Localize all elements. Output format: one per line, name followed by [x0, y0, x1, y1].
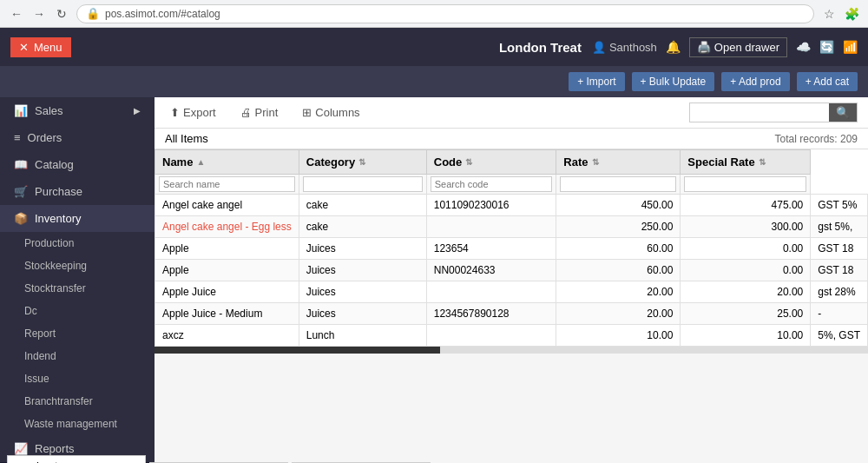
cell-tax: gst 28%: [811, 281, 868, 303]
download-item-0[interactable]: 📄 best-computer-cu....png ▲ ✕: [7, 455, 146, 463]
cell-name: Apple: [155, 238, 299, 260]
sidebar-sub-stockkeeping[interactable]: Stockkeeping: [0, 255, 155, 277]
cell-category: Juices: [299, 260, 426, 281]
sidebar-sub-production[interactable]: Production: [0, 232, 155, 255]
table-search-row: [155, 175, 868, 195]
user-name: Santhosh: [609, 41, 657, 54]
cell-rate: 60.00: [556, 238, 681, 260]
search-name-input[interactable]: [159, 176, 295, 192]
search-button[interactable]: 🔍: [829, 103, 857, 122]
sidebar-item-catalog[interactable]: 📖 Catalog: [0, 151, 155, 178]
cloud-button[interactable]: ☁️: [796, 40, 811, 54]
sidebar-item-inventory[interactable]: 📦 Inventory: [0, 205, 155, 232]
sidebar-label-purchase: Purchase: [35, 185, 82, 198]
search-code-input[interactable]: [431, 176, 553, 192]
cell-special-rate: 475.00: [681, 195, 811, 216]
col-category[interactable]: Category ⇅: [299, 150, 426, 175]
bookmark-star-button[interactable]: ☆: [819, 4, 838, 23]
search-rate-input[interactable]: [560, 176, 676, 192]
col-special-rate[interactable]: Special Rate ⇅: [681, 150, 811, 175]
extension-button[interactable]: 🧩: [842, 4, 861, 23]
table-row: Angel cake angel - Egg lesscake250.00300…: [155, 216, 868, 238]
col-name[interactable]: Name ▲: [155, 150, 299, 175]
menu-icon: ✕: [19, 41, 29, 54]
cell-tax: gst 5%,: [811, 216, 868, 238]
cell-category: cake: [299, 195, 426, 216]
open-drawer-button[interactable]: 🖨️ Open drawer: [689, 37, 787, 57]
cell-name[interactable]: Angel cake angel - Egg less: [155, 216, 299, 238]
toolbar-search[interactable]: 🔍: [689, 103, 858, 122]
add-prod-button[interactable]: + Add prod: [721, 72, 789, 91]
search-category-cell[interactable]: [299, 175, 426, 195]
download-label-0: best-computer-cu....png: [36, 460, 108, 463]
bulk-update-button[interactable]: + Bulk Update: [632, 72, 715, 91]
toolbar: ⬆ Export 🖨 Print ⊞ Columns 🔍: [155, 97, 868, 129]
search-special-input[interactable]: [684, 176, 806, 192]
scrollbar-thumb[interactable]: [155, 347, 440, 354]
reload-button[interactable]: ↻: [52, 4, 71, 23]
browser-icons: ☆ 🧩: [819, 4, 861, 23]
user-info: 👤 Santhosh: [592, 41, 657, 54]
table-header-bar: All Items Total records: 209: [155, 129, 868, 149]
col-rate[interactable]: Rate ⇅: [556, 150, 681, 175]
table-row: AppleJuicesNN0002463360.000.00GST 18: [155, 260, 868, 281]
cell-rate: 10.00: [556, 325, 681, 347]
cell-code: [426, 325, 556, 347]
search-code-cell[interactable]: [426, 175, 556, 195]
catalog-table: Name ▲ Category ⇅: [155, 149, 868, 347]
cell-category: Juices: [299, 303, 426, 325]
cell-tax: 5%, GST: [811, 325, 868, 347]
sidebar-sub-issue[interactable]: Issue: [0, 367, 155, 390]
lock-icon: 🔒: [86, 7, 100, 20]
columns-button[interactable]: ⊞ Columns: [297, 103, 365, 122]
cell-special-rate: 25.00: [681, 303, 811, 325]
back-button[interactable]: ←: [7, 4, 26, 23]
sidebar-sub-branchtransfer[interactable]: Branchtransfer: [0, 390, 155, 413]
import-button[interactable]: + Import: [569, 72, 624, 91]
sidebar-label-sales: Sales: [35, 104, 63, 117]
search-rate-cell[interactable]: [556, 175, 681, 195]
cell-tax: GST 18: [811, 238, 868, 260]
sidebar-label-inventory: Inventory: [35, 212, 81, 225]
sidebar-item-sales[interactable]: 📊 Sales ▶: [0, 97, 155, 124]
table-row: Apple Juice - MediumJuices12345678901282…: [155, 303, 868, 325]
cell-code: 1011090230016: [426, 195, 556, 216]
cell-code: [426, 216, 556, 238]
search-special-cell[interactable]: [681, 175, 811, 195]
menu-button[interactable]: ✕ Menu: [10, 37, 71, 57]
address-bar[interactable]: 🔒 pos.asimot.com/#catalog: [76, 4, 814, 23]
sidebar-sub-stocktransfer[interactable]: Stocktransfer: [0, 277, 155, 300]
horizontal-scrollbar[interactable]: [155, 347, 868, 354]
chevron-right-icon: ▶: [134, 106, 141, 116]
notification-button[interactable]: 🔔: [666, 40, 681, 54]
sort-icon-code: ⇅: [465, 157, 472, 167]
col-code[interactable]: Code ⇅: [426, 150, 556, 175]
url-text: pos.asimot.com/#catalog: [105, 8, 220, 20]
cell-category: Lunch: [299, 325, 426, 347]
sort-icon-category: ⇅: [358, 157, 365, 167]
search-category-input[interactable]: [303, 176, 423, 192]
search-name-cell[interactable]: [155, 175, 299, 195]
sync-button[interactable]: 🔄: [819, 40, 834, 54]
forward-button[interactable]: →: [30, 4, 49, 23]
search-input[interactable]: [690, 104, 829, 122]
print-button[interactable]: 🖨 Print: [235, 103, 284, 122]
export-button[interactable]: ⬆ Export: [165, 103, 221, 122]
sidebar-sub-waste[interactable]: Waste management: [0, 413, 155, 435]
wifi-button[interactable]: 📶: [843, 40, 858, 54]
sidebar-item-orders[interactable]: ≡ Orders: [0, 124, 155, 151]
sidebar-label-reports: Reports: [35, 442, 75, 455]
add-cat-button[interactable]: + Add cat: [797, 72, 858, 91]
sidebar-sub-report[interactable]: Report: [0, 322, 155, 345]
cell-rate: 20.00: [556, 303, 681, 325]
cell-rate: 450.00: [556, 195, 681, 216]
sidebar-label-catalog: Catalog: [35, 158, 74, 171]
sidebar-sub-indend[interactable]: Indend: [0, 345, 155, 367]
header-actions: 👤 Santhosh 🔔 🖨️ Open drawer ☁️ 🔄 📶: [592, 37, 858, 57]
sidebar-item-purchase[interactable]: 🛒 Purchase: [0, 178, 155, 205]
sort-icon-rate: ⇅: [592, 157, 599, 167]
catalog-icon: 📖: [14, 158, 28, 171]
table-wrapper[interactable]: Name ▲ Category ⇅: [155, 149, 868, 463]
print-icon: 🖨: [240, 106, 252, 119]
sidebar-sub-dc[interactable]: Dc: [0, 300, 155, 322]
